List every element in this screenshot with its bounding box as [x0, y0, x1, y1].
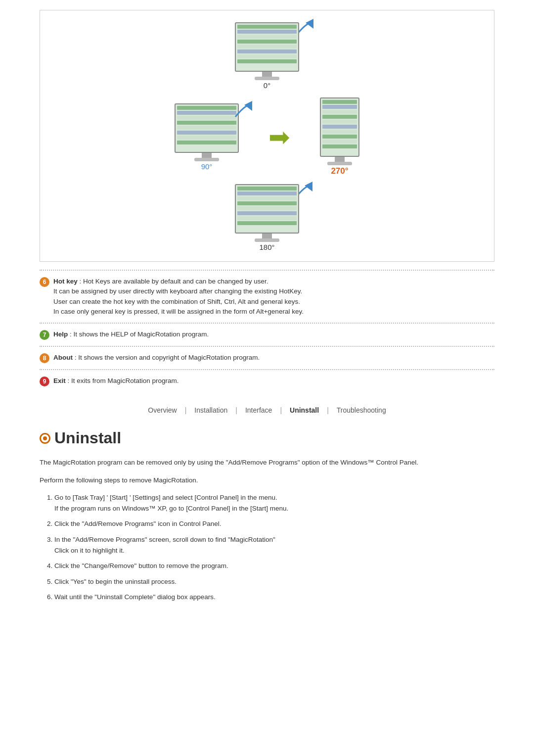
sep-before-7: [40, 323, 494, 324]
step-3: In the "Add/Remove Programs" screen, scr…: [54, 534, 494, 556]
sep-before-6: [40, 270, 494, 271]
page-title-row: Uninstall: [40, 429, 494, 447]
nav-uninstall[interactable]: Uninstall: [282, 406, 327, 414]
step-1: Go to [Task Tray] ' [Start] ' [Settings]…: [54, 492, 494, 514]
item-7-text: Help : It shows the HELP of MagicRotatio…: [53, 330, 209, 339]
monitor-90deg-group: 90°: [175, 103, 239, 171]
item-6-text: Hot key : Hot Keys are available by defa…: [53, 277, 304, 317]
nav-overview[interactable]: Overview: [140, 406, 184, 414]
item-8: 8 About : It shows the version and copyr…: [40, 353, 494, 363]
screen-270deg: [320, 97, 359, 157]
monitor-180deg: 180°: [235, 184, 299, 251]
stand-neck-90: [202, 153, 212, 158]
item-9-text: Exit : It exits from MagicRotation progr…: [53, 376, 179, 386]
curved-arrow-90: [233, 99, 253, 119]
step-5: Click "Yes" to begin the uninstall proce…: [54, 576, 494, 587]
intro-text-2: Perform the following steps to remove Ma…: [40, 475, 494, 486]
badge-7: 7: [40, 330, 49, 340]
label-270deg: 270°: [331, 166, 348, 176]
diagram-section: 0°: [40, 10, 494, 262]
page-wrapper: 0°: [0, 0, 534, 617]
screen-180deg: [235, 184, 299, 234]
nav-interface[interactable]: Interface: [237, 406, 280, 414]
diagram-row-mid: 90° ➡: [50, 97, 484, 176]
step-2: Click the "Add/Remove Programs" icon in …: [54, 519, 494, 529]
monitor-270deg-group: 270°: [320, 97, 359, 176]
title-icon: [40, 433, 50, 444]
screen-90deg: [175, 103, 239, 153]
stand-foot-270: [327, 162, 352, 165]
nav-troubleshooting[interactable]: Troubleshooting: [329, 406, 394, 414]
item-7: 7 Help : It shows the HELP of MagicRotat…: [40, 330, 494, 340]
diagram-row-top: 0°: [50, 22, 484, 90]
monitor-0deg: 0°: [235, 22, 299, 90]
nav-bar: Overview | Installation | Interface | Un…: [40, 406, 494, 414]
item-9: 9 Exit : It exits from MagicRotation pro…: [40, 376, 494, 386]
page-title: Uninstall: [54, 429, 121, 447]
stand-neck-0: [262, 72, 272, 77]
arrow-right-icon: ➡: [268, 124, 290, 150]
label-180deg: 180°: [259, 243, 274, 251]
sep-before-8: [40, 346, 494, 347]
nav-installation[interactable]: Installation: [186, 406, 235, 414]
item-8-text: About : It shows the version and copyrig…: [53, 353, 260, 363]
item-8-label: About: [53, 354, 73, 361]
stand-neck-270: [335, 157, 345, 162]
label-0deg: 0°: [264, 81, 270, 90]
label-90deg: 90°: [201, 162, 213, 171]
intro-text-1: The MagicRotation program can be removed…: [40, 457, 494, 468]
steps-list: Go to [Task Tray] ' [Start] ' [Settings]…: [40, 492, 494, 603]
diagram-row-bot: 180°: [50, 184, 484, 251]
item-7-label: Help: [53, 331, 68, 338]
item-6-label: Hot key: [53, 278, 78, 285]
stand-foot-0: [255, 77, 279, 80]
sep-before-9: [40, 369, 494, 370]
stand-neck-180: [262, 234, 272, 238]
badge-6: 6: [40, 277, 49, 287]
item-6: 6 Hot key : Hot Keys are available by de…: [40, 277, 494, 317]
badge-8: 8: [40, 353, 49, 363]
step-4: Click the "Change/Remove" button to remo…: [54, 561, 494, 571]
stand-foot-180: [255, 238, 279, 242]
badge-9: 9: [40, 377, 49, 386]
screen-0deg: [235, 22, 299, 72]
stand-foot-90: [194, 158, 219, 161]
item-9-label: Exit: [53, 377, 66, 384]
step-6: Wait until the "Uninstall Complete" dial…: [54, 592, 494, 603]
